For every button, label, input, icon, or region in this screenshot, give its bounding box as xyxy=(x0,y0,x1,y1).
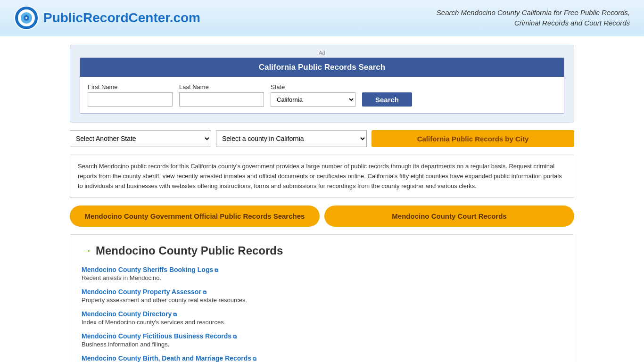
county-filter-select[interactable]: Select a county in California xyxy=(216,130,367,147)
external-link-icon: ⧉ xyxy=(173,312,177,317)
last-name-input[interactable] xyxy=(179,92,264,107)
record-link[interactable]: Mendocino County Directory⧉ xyxy=(82,310,177,318)
city-records-button[interactable]: California Public Records by City xyxy=(372,130,574,147)
record-description: Index of Mendocino county's services and… xyxy=(82,319,562,326)
filter-row: Select Another State Select a county in … xyxy=(70,130,574,147)
record-item: Mendocino County Sheriffs Booking Logs⧉R… xyxy=(82,266,562,281)
first-name-input[interactable] xyxy=(88,92,173,107)
external-link-icon: ⧉ xyxy=(233,334,237,339)
last-name-label: Last Name xyxy=(179,83,264,90)
description-box: Search Mendocino public records for this… xyxy=(70,155,574,198)
search-box: California Public Records Search First N… xyxy=(80,58,564,114)
court-records-button[interactable]: Mendocino County Court Records xyxy=(324,206,574,227)
search-button[interactable]: Search xyxy=(362,92,412,107)
state-label: State xyxy=(271,83,355,90)
record-link[interactable]: Mendocino County Property Assessor⧉ xyxy=(82,288,206,296)
logo-icon xyxy=(14,6,39,30)
first-name-label: First Name xyxy=(88,83,173,90)
search-box-body: First Name Last Name State California Se… xyxy=(80,77,564,113)
external-link-icon: ⧉ xyxy=(253,356,256,362)
gov-search-button[interactable]: Mendocino County Government Official Pub… xyxy=(70,206,320,227)
record-description: Property assessment and other county rea… xyxy=(82,296,562,304)
record-item: Mendocino County Fictitious Business Rec… xyxy=(82,332,562,348)
state-group: State California xyxy=(271,83,355,107)
records-section: → Mendocino County Public Records Mendoc… xyxy=(70,234,574,362)
search-fields: First Name Last Name State California Se… xyxy=(88,83,556,107)
record-item: Mendocino County Property Assessor⧉Prope… xyxy=(82,288,562,304)
records-title-row: → Mendocino County Public Records xyxy=(82,244,562,257)
record-link[interactable]: Mendocino County Birth, Death and Marria… xyxy=(82,354,256,362)
ad-widget: Ad California Public Records Search Firs… xyxy=(70,45,574,123)
records-list: Mendocino County Sheriffs Booking Logs⧉R… xyxy=(82,266,562,362)
main-content: Ad California Public Records Search Firs… xyxy=(63,45,581,362)
record-link[interactable]: Mendocino County Sheriffs Booking Logs⧉ xyxy=(82,266,218,273)
state-select-dropdown[interactable]: California xyxy=(271,92,355,107)
first-name-group: First Name xyxy=(88,83,173,107)
external-link-icon: ⧉ xyxy=(215,267,218,273)
logo-area: PublicRecordCenter.com xyxy=(14,6,200,30)
site-name: PublicRecordCenter.com xyxy=(43,10,200,25)
last-name-group: Last Name xyxy=(179,83,264,107)
svg-point-4 xyxy=(25,17,27,19)
ad-label: Ad xyxy=(80,50,564,56)
record-description: Recent arrests in Mendocino. xyxy=(82,274,562,281)
record-description: Business information and filings. xyxy=(82,341,562,348)
site-header: PublicRecordCenter.com Search Mendocino … xyxy=(0,0,644,36)
record-item: Mendocino County Birth, Death and Marria… xyxy=(82,354,562,362)
state-filter-select[interactable]: Select Another State xyxy=(70,130,211,147)
action-buttons: Mendocino County Government Official Pub… xyxy=(70,206,574,227)
record-link[interactable]: Mendocino County Fictitious Business Rec… xyxy=(82,332,237,340)
arrow-icon: → xyxy=(82,245,92,257)
header-tagline: Search Mendocino County California for F… xyxy=(432,8,630,29)
search-box-title: California Public Records Search xyxy=(80,58,564,77)
external-link-icon: ⧉ xyxy=(203,289,206,295)
record-item: Mendocino County Directory⧉Index of Mend… xyxy=(82,310,562,326)
records-title: Mendocino County Public Records xyxy=(96,244,283,257)
